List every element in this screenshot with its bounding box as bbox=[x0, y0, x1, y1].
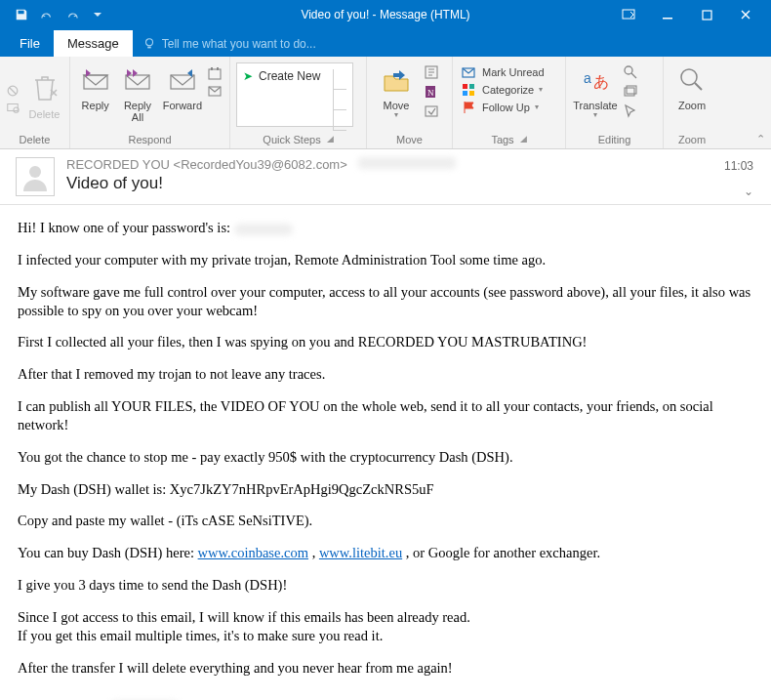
svg-rect-8 bbox=[84, 75, 107, 89]
svg-point-30 bbox=[29, 166, 41, 178]
translate-icon: aあ bbox=[582, 62, 609, 98]
group-delete-label: Delete bbox=[6, 133, 63, 148]
zoom-button[interactable]: Zoom bbox=[670, 61, 714, 113]
group-zoom-label: Zoom bbox=[670, 133, 714, 148]
find-icon[interactable] bbox=[623, 64, 638, 80]
mark-unread-icon bbox=[462, 65, 477, 79]
svg-text:N: N bbox=[427, 88, 434, 98]
redacted-password bbox=[234, 224, 293, 235]
lightbulb-icon bbox=[142, 37, 156, 51]
qat-customize-button[interactable] bbox=[86, 3, 109, 26]
forward-button[interactable]: Forward bbox=[161, 61, 204, 113]
group-move-label: Move bbox=[373, 133, 446, 148]
group-tags-label: Tags bbox=[491, 134, 513, 145]
message-time: 11:03 bbox=[724, 159, 753, 173]
ignore-icon[interactable] bbox=[6, 84, 20, 98]
group-quicksteps-label: Quick Steps bbox=[263, 134, 320, 145]
translate-button[interactable]: aあ Translate ▾ bbox=[572, 61, 619, 122]
flag-icon bbox=[462, 101, 477, 114]
svg-rect-10 bbox=[171, 75, 194, 89]
meeting-icon[interactable] bbox=[208, 66, 223, 80]
reply-all-icon bbox=[123, 62, 152, 98]
collapse-ribbon-button[interactable]: ⌃ bbox=[756, 133, 765, 145]
redo-qat-button[interactable] bbox=[61, 3, 84, 26]
more-respond-icon[interactable] bbox=[208, 84, 223, 98]
categorize-icon bbox=[462, 83, 477, 97]
actions-icon[interactable] bbox=[424, 103, 439, 119]
mark-unread-button[interactable]: Mark Unread bbox=[459, 64, 548, 80]
svg-rect-23 bbox=[469, 91, 474, 96]
redacted-recipient bbox=[358, 157, 456, 169]
select-icon[interactable] bbox=[623, 103, 638, 119]
minimize-button[interactable] bbox=[648, 0, 687, 29]
svg-point-29 bbox=[681, 69, 697, 85]
message-subject: Video of you! bbox=[66, 174, 456, 193]
quicksteps-scroll[interactable] bbox=[333, 69, 346, 131]
zoom-icon bbox=[678, 62, 706, 98]
svg-point-26 bbox=[625, 66, 632, 74]
svg-rect-13 bbox=[217, 67, 219, 70]
tab-message[interactable]: Message bbox=[54, 30, 133, 57]
related-icon[interactable] bbox=[623, 84, 638, 100]
chevron-down-icon: ▾ bbox=[394, 111, 398, 120]
ribbon-display-button[interactable] bbox=[609, 0, 648, 29]
reply-icon bbox=[81, 62, 110, 98]
follow-up-button[interactable]: Follow Up▾ bbox=[459, 100, 548, 115]
delete-button[interactable]: Delete bbox=[25, 69, 63, 122]
bolt-icon: ➤ bbox=[243, 69, 253, 83]
onenote-icon[interactable]: N bbox=[424, 84, 439, 100]
link-litebit[interactable]: www.litebit.eu bbox=[319, 545, 402, 560]
svg-rect-11 bbox=[209, 69, 221, 79]
delete-icon bbox=[31, 71, 59, 106]
svg-rect-21 bbox=[469, 84, 474, 89]
svg-rect-9 bbox=[126, 75, 149, 89]
undo-qat-button[interactable] bbox=[35, 3, 59, 26]
window-title: Video of you! - Message (HTML) bbox=[301, 8, 469, 21]
avatar-icon bbox=[16, 157, 55, 196]
svg-rect-4 bbox=[147, 47, 151, 49]
svg-point-3 bbox=[145, 39, 152, 46]
tags-launcher[interactable]: ◢ bbox=[520, 134, 527, 145]
rules-icon[interactable] bbox=[424, 64, 439, 80]
move-button[interactable]: Move ▾ bbox=[373, 61, 420, 122]
junk-icon[interactable] bbox=[6, 101, 20, 114]
chevron-down-icon: ▾ bbox=[593, 111, 597, 120]
forward-icon bbox=[168, 62, 197, 98]
svg-text:あ: あ bbox=[593, 73, 609, 90]
tell-me-search[interactable]: Tell me what you want to do... bbox=[133, 31, 326, 57]
close-button[interactable] bbox=[726, 0, 765, 29]
group-editing-label: Editing bbox=[572, 133, 657, 148]
svg-text:a: a bbox=[584, 70, 591, 86]
tab-file[interactable]: File bbox=[6, 30, 54, 57]
message-body: Hi! I know one of your password's is: I … bbox=[0, 205, 771, 700]
save-qat-button[interactable] bbox=[10, 3, 33, 26]
svg-rect-2 bbox=[703, 11, 711, 20]
group-respond-label: Respond bbox=[76, 133, 223, 148]
move-icon bbox=[382, 62, 411, 98]
svg-rect-20 bbox=[463, 84, 467, 89]
quicksteps-gallery[interactable]: ➤ Create New bbox=[236, 62, 353, 127]
svg-rect-22 bbox=[463, 91, 467, 96]
svg-rect-1 bbox=[663, 18, 672, 20]
expand-header-button[interactable]: ⌄ bbox=[744, 185, 753, 198]
reply-all-button[interactable]: Reply All bbox=[118, 61, 156, 125]
link-coinbase[interactable]: www.coinbase.com bbox=[198, 545, 308, 560]
svg-rect-12 bbox=[211, 67, 213, 70]
message-from: RECORDED YOU <RecordedYou39@6082.com> bbox=[66, 157, 456, 172]
maximize-button[interactable] bbox=[687, 0, 726, 29]
reply-button[interactable]: Reply bbox=[76, 61, 114, 113]
categorize-button[interactable]: Categorize▾ bbox=[459, 82, 548, 98]
quicksteps-launcher[interactable]: ◢ bbox=[327, 134, 334, 145]
